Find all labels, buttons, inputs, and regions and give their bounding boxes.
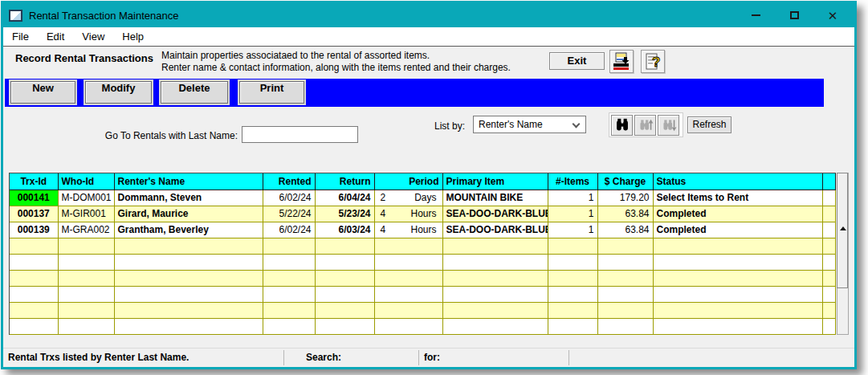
table-row-empty[interactable] — [10, 254, 835, 270]
cell-num-items: 1 — [548, 222, 597, 238]
col-header-rented[interactable]: Rented — [263, 173, 315, 190]
cell-renter-name: Girard, Maurice — [114, 206, 263, 222]
maximize-icon — [790, 11, 799, 19]
page-description-line1: Maintain properties associataed to the r… — [161, 50, 430, 61]
printer-icon — [612, 52, 631, 71]
grid-header-row: Trx-Id Who-Id Renter's Name Rented Retur… — [10, 173, 835, 190]
cell-return: 6/04/24 — [315, 190, 374, 206]
col-header-return[interactable]: Return — [315, 173, 374, 190]
cell-period: 4Hours — [374, 222, 442, 238]
menu-edit[interactable]: Edit — [38, 28, 73, 45]
cell-status: Completed — [653, 222, 822, 238]
table-row[interactable]: 000137 M-GIR001 Girard, Maurice 5/22/24 … — [10, 206, 835, 222]
binoculars-up-icon — [638, 118, 654, 132]
status-divider — [418, 350, 419, 365]
close-icon: ✕ — [828, 10, 838, 22]
table-row-empty[interactable] — [10, 302, 835, 318]
title-bar[interactable]: Rental Transaction Maintenance ✕ — [3, 3, 854, 27]
action-toolbar: New Modify Delete Print — [5, 79, 824, 107]
help-icon: ? — [643, 52, 662, 71]
cell-who-id: M-DOM001 — [58, 190, 114, 206]
find-next-button[interactable] — [658, 115, 679, 136]
menu-file[interactable]: File — [3, 28, 38, 45]
grid-scrollbar[interactable] — [837, 173, 849, 335]
app-window: Rental Transaction Maintenance ✕ File Ed… — [1, 1, 857, 369]
cell-primary-item: MOUNTAIN BIKE — [442, 190, 548, 206]
menu-view[interactable]: View — [73, 28, 113, 45]
table-row[interactable]: 000139 M-GRA002 Grantham, Beverley 6/02/… — [10, 222, 835, 238]
chevron-down-icon — [573, 120, 581, 128]
maximize-button[interactable] — [780, 3, 808, 27]
table-row-empty[interactable] — [10, 286, 835, 302]
col-header-period[interactable]: Period — [374, 173, 442, 190]
cell-num-items: 1 — [548, 206, 597, 222]
table-row-empty[interactable] — [10, 270, 835, 286]
cell-who-id: M-GIR001 — [58, 206, 114, 222]
cell-return: 5/23/24 — [315, 206, 374, 222]
period-qty: 4 — [381, 208, 386, 219]
status-bar: Rental Trxs listed by Renter Last Name. … — [3, 348, 854, 366]
scrollbar-thumb[interactable] — [837, 173, 848, 288]
minimize-icon — [752, 14, 760, 16]
cell-status: Completed — [653, 206, 822, 222]
cell-trx-id: 000139 — [10, 222, 58, 238]
status-search-label: Search: — [306, 352, 341, 363]
cell-charge: 179.20 — [597, 190, 653, 206]
list-by-label: List by: — [434, 120, 465, 132]
menu-help[interactable]: Help — [113, 28, 153, 45]
col-header-status[interactable]: Status — [653, 173, 822, 190]
status-for-label: for: — [424, 352, 440, 363]
cell-renter-name: Grantham, Beverley — [114, 222, 263, 238]
period-qty: 2 — [381, 192, 386, 203]
svg-text:?: ? — [652, 55, 660, 70]
col-header-trx-id[interactable]: Trx-Id — [10, 173, 58, 190]
cell-charge: 63.84 — [597, 206, 653, 222]
cell-period: 2Days — [374, 190, 442, 206]
table-row-empty[interactable] — [10, 318, 835, 334]
cell-trx-id: 000137 — [10, 206, 58, 222]
period-unit: Hours — [410, 224, 436, 235]
cell-status: Select Items to Rent — [653, 190, 822, 206]
goto-last-name-label: Go To Rentals with Last Name: — [67, 130, 238, 141]
col-header-primary-item[interactable]: Primary Item — [442, 173, 548, 190]
cell-primary-item: SEA-DOO-DARK-BLUE — [442, 222, 548, 238]
binoculars-down-icon — [661, 118, 677, 132]
col-header-who-id[interactable]: Who-Id — [58, 173, 114, 190]
cell-num-items: 1 — [548, 190, 597, 206]
goto-last-name-input[interactable] — [242, 126, 358, 143]
find-previous-button[interactable] — [634, 115, 656, 136]
refresh-button[interactable]: Refresh — [687, 116, 731, 133]
cell-return: 6/03/24 — [315, 222, 374, 238]
cell-trx-id: 000141 — [10, 190, 58, 206]
col-header-renters-name[interactable]: Renter's Name — [114, 173, 263, 190]
cell-rented: 6/02/24 — [263, 190, 315, 206]
page-description-line2: Renter name & contact information, along… — [161, 62, 511, 73]
minimize-button[interactable] — [742, 3, 769, 27]
modify-button[interactable]: Modify — [85, 81, 152, 104]
cell-period: 4Hours — [374, 206, 442, 222]
list-by-dropdown[interactable]: Renter's Name — [473, 116, 586, 133]
help-button[interactable]: ? — [641, 50, 665, 73]
table-row-empty[interactable] — [10, 238, 835, 254]
delete-button[interactable]: Delete — [161, 81, 228, 104]
cell-who-id: M-GRA002 — [58, 222, 114, 238]
col-header-num-items[interactable]: #-Items — [548, 173, 597, 190]
scroll-up-icon[interactable] — [840, 226, 846, 230]
print-button[interactable]: Print — [239, 81, 304, 104]
exit-button[interactable]: Exit — [549, 52, 605, 70]
new-button[interactable]: New — [10, 81, 75, 104]
col-header-charge[interactable]: $ Charge — [597, 173, 653, 190]
table-row-selected[interactable]: 000141 M-DOM001 Dommann, Steven 6/02/24 … — [10, 190, 835, 206]
cell-rented: 6/02/24 — [263, 222, 315, 238]
cell-charge: 63.84 — [597, 222, 653, 238]
period-unit: Hours — [410, 208, 436, 219]
print-report-button[interactable] — [609, 50, 634, 73]
close-button[interactable]: ✕ — [819, 3, 846, 27]
rentals-grid: Trx-Id Who-Id Renter's Name Rented Retur… — [9, 173, 836, 335]
find-button[interactable] — [611, 115, 633, 136]
cell-rented: 5/22/24 — [263, 206, 315, 222]
binoculars-icon — [614, 118, 630, 132]
status-message: Rental Trxs listed by Renter Last Name. — [8, 352, 189, 363]
cell-primary-item: SEA-DOO-DARK-BLUE — [442, 206, 548, 222]
app-window-icon — [9, 10, 22, 22]
